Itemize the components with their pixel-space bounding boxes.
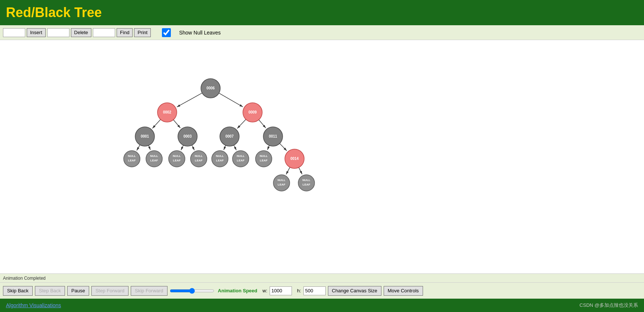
- svg-text:0003: 0003: [183, 134, 192, 138]
- tree-node-n1[interactable]: NULLLEAF: [124, 151, 140, 167]
- h-label: h:: [297, 288, 301, 293]
- svg-line-4: [173, 120, 180, 128]
- tree-node-n7[interactable]: NULLLEAF: [256, 151, 272, 167]
- find-button[interactable]: Find: [117, 28, 133, 37]
- canvas-area: 00060002000900010003000700110014NULLLEAF…: [0, 40, 644, 273]
- tree-node-n9[interactable]: NULLLEAF: [298, 175, 315, 191]
- svg-line-16: [299, 167, 302, 174]
- svg-line-11: [224, 145, 225, 150]
- insert-button[interactable]: Insert: [27, 28, 46, 37]
- svg-line-8: [149, 145, 150, 150]
- h-input[interactable]: [303, 286, 326, 295]
- svg-line-15: [286, 167, 290, 174]
- change-canvas-button[interactable]: Change Canvas Size: [328, 286, 381, 296]
- tree-node-n8[interactable]: NULLLEAF: [273, 175, 290, 191]
- delete-input[interactable]: [47, 28, 69, 37]
- svg-text:LEAF: LEAF: [278, 183, 286, 186]
- svg-line-3: [152, 119, 160, 128]
- skip-forward-button[interactable]: Skip Forward: [131, 286, 167, 296]
- step-back-button[interactable]: Step Back: [35, 286, 65, 296]
- tree-node-n4[interactable]: NULLLEAF: [191, 151, 207, 167]
- animation-speed-label: Animation Speed: [218, 288, 257, 293]
- svg-text:0009: 0009: [248, 110, 257, 114]
- svg-text:NULL: NULL: [216, 154, 224, 158]
- tree-node-11[interactable]: 0011: [263, 127, 283, 146]
- tree-node-n3[interactable]: NULLLEAF: [169, 151, 185, 167]
- svg-text:0001: 0001: [141, 134, 149, 138]
- svg-text:LEAF: LEAF: [195, 159, 203, 162]
- tree-node-2[interactable]: 0002: [157, 103, 177, 122]
- show-null-leaves-checkbox[interactable]: [155, 28, 178, 37]
- move-controls-button[interactable]: Move Controls: [384, 286, 423, 296]
- w-input[interactable]: [270, 286, 292, 295]
- bottom-controls: Skip Back Step Back Pause Step Forward S…: [0, 282, 644, 299]
- svg-text:NULL: NULL: [173, 154, 180, 158]
- svg-line-7: [137, 145, 140, 150]
- svg-text:NULL: NULL: [195, 154, 202, 158]
- show-null-leaves-text: Show Null Leaves: [179, 30, 221, 36]
- pause-button[interactable]: Pause: [67, 286, 89, 296]
- find-input[interactable]: [93, 28, 115, 37]
- svg-text:NULL: NULL: [277, 178, 285, 182]
- tree-node-14[interactable]: 0014: [285, 149, 304, 168]
- page-title: Red/Black Tree: [6, 5, 102, 20]
- skip-back-button[interactable]: Skip Back: [3, 286, 33, 296]
- svg-text:0002: 0002: [163, 110, 172, 114]
- show-null-leaves-label[interactable]: Show Null Leaves: [155, 28, 221, 37]
- svg-text:LEAF: LEAF: [173, 159, 181, 162]
- print-button[interactable]: Print: [134, 28, 151, 37]
- svg-line-9: [181, 145, 183, 150]
- svg-text:LEAF: LEAF: [150, 159, 158, 162]
- svg-line-1: [177, 93, 202, 107]
- delete-button[interactable]: Delete: [71, 28, 92, 37]
- svg-line-13: [267, 145, 269, 150]
- svg-line-10: [192, 145, 195, 150]
- tree-node-7[interactable]: 0007: [220, 127, 239, 146]
- status-bar: Animation Completed: [0, 273, 644, 282]
- tree-node-6[interactable]: 0006: [201, 79, 220, 98]
- status-message: Animation Completed: [3, 276, 46, 281]
- tree-node-n2[interactable]: NULLLEAF: [146, 151, 162, 167]
- svg-text:LEAF: LEAF: [128, 159, 136, 162]
- svg-text:0006: 0006: [206, 86, 215, 90]
- tree-node-1[interactable]: 0001: [135, 127, 155, 146]
- svg-text:0007: 0007: [225, 134, 234, 138]
- tree-svg: 00060002000900010003000700110014NULLLEAF…: [0, 40, 644, 273]
- svg-text:NULL: NULL: [128, 154, 136, 158]
- toolbar: Insert Delete Find Print Show Null Leave…: [0, 25, 644, 40]
- svg-text:LEAF: LEAF: [216, 159, 224, 162]
- tree-node-9[interactable]: 0009: [243, 103, 262, 122]
- svg-text:NULL: NULL: [260, 154, 267, 158]
- header: Red/Black Tree: [0, 0, 644, 25]
- svg-text:LEAF: LEAF: [237, 159, 245, 162]
- svg-text:LEAF: LEAF: [303, 183, 310, 186]
- footer: Algorithm Visualizations CSDN @多加点辣也没关系: [0, 299, 644, 312]
- speed-slider[interactable]: [170, 286, 214, 295]
- svg-text:LEAF: LEAF: [260, 159, 268, 162]
- footer-link[interactable]: Algorithm Visualizations: [6, 302, 61, 308]
- tree-node-n5[interactable]: NULLLEAF: [212, 151, 228, 167]
- tree-node-3[interactable]: 0003: [178, 127, 197, 146]
- svg-line-14: [280, 144, 287, 151]
- svg-line-5: [237, 119, 246, 128]
- svg-text:NULL: NULL: [150, 154, 158, 158]
- footer-credit: CSDN @多加点辣也没关系: [579, 302, 638, 309]
- svg-text:NULL: NULL: [302, 178, 310, 182]
- tree-node-n6[interactable]: NULLLEAF: [232, 151, 249, 167]
- svg-text:NULL: NULL: [237, 154, 244, 158]
- svg-text:0011: 0011: [269, 134, 277, 138]
- svg-line-12: [234, 145, 237, 150]
- svg-text:0014: 0014: [290, 157, 299, 161]
- step-forward-button[interactable]: Step Forward: [91, 286, 129, 296]
- w-label: w:: [263, 288, 267, 293]
- insert-input[interactable]: [3, 28, 25, 37]
- svg-line-2: [219, 93, 243, 107]
- svg-line-6: [259, 120, 266, 128]
